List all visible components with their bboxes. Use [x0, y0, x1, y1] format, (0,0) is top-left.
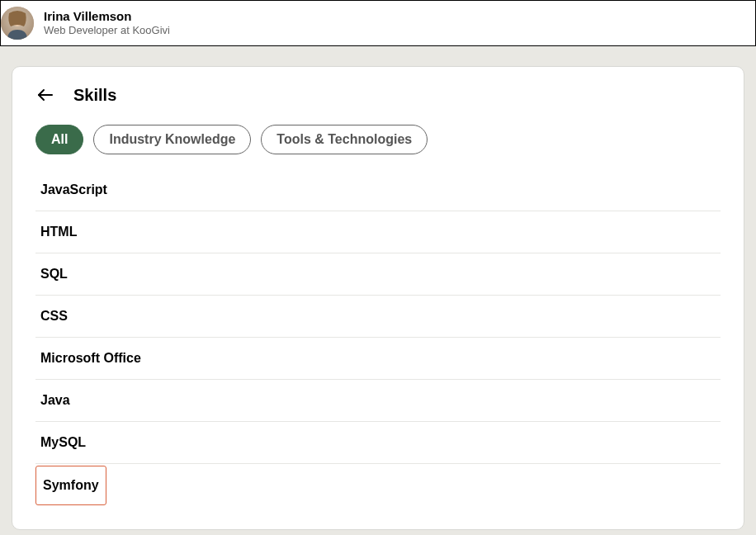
avatar[interactable]: [1, 7, 34, 40]
card-header: Skills: [35, 85, 721, 105]
skill-item[interactable]: JavaScript: [35, 169, 721, 211]
content-wrapper: Skills All Industry Knowledge Tools & Te…: [0, 46, 756, 530]
profile-header-bar: Irina Villemson Web Developer at KooGivi: [0, 0, 756, 46]
skill-item[interactable]: Microsoft Office: [35, 338, 721, 380]
user-info: Irina Villemson Web Developer at KooGivi: [44, 8, 170, 38]
filter-tools-technologies[interactable]: Tools & Technologies: [261, 125, 428, 154]
avatar-image: [1, 7, 34, 40]
skill-item-highlighted[interactable]: Symfony: [35, 466, 106, 505]
skill-item[interactable]: MySQL: [35, 422, 721, 464]
skill-item[interactable]: HTML: [35, 211, 721, 253]
skills-list: JavaScript HTML SQL CSS Microsoft Office…: [35, 169, 721, 505]
skill-item[interactable]: Java: [35, 380, 721, 422]
filter-industry-knowledge[interactable]: Industry Knowledge: [93, 125, 251, 154]
skill-item[interactable]: SQL: [35, 253, 721, 296]
page-title: Skills: [73, 86, 116, 105]
user-subtitle: Web Developer at KooGivi: [44, 24, 170, 38]
skills-card: Skills All Industry Knowledge Tools & Te…: [12, 66, 744, 530]
filter-all[interactable]: All: [35, 125, 83, 154]
user-name: Irina Villemson: [44, 8, 170, 25]
back-arrow-icon[interactable]: [35, 85, 55, 105]
skill-item[interactable]: CSS: [35, 296, 721, 338]
filter-pills: All Industry Knowledge Tools & Technolog…: [35, 125, 721, 154]
